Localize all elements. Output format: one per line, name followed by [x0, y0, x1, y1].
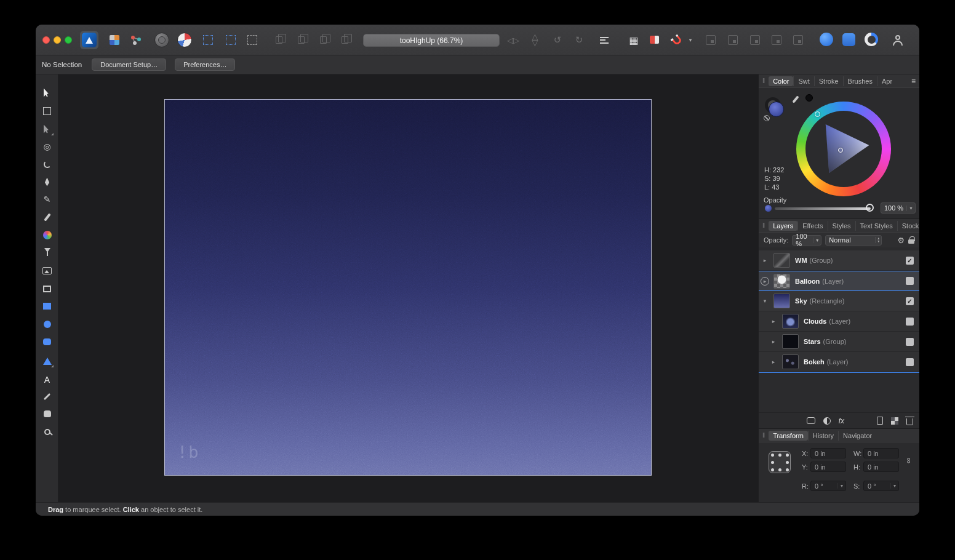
insert-on-top-button[interactable] — [728, 35, 738, 45]
triangle-selector-dot[interactable] — [838, 148, 843, 153]
pencil-tool[interactable]: ✎ — [40, 192, 54, 206]
visibility-checkbox[interactable] — [906, 358, 914, 366]
layer-thumbnail[interactable] — [773, 253, 790, 268]
nib-badge-icon[interactable] — [177, 33, 192, 47]
tab-appearance[interactable]: Apr — [877, 76, 897, 86]
layer-row-clouds[interactable]: ▸ Clouds(Layer) — [759, 311, 919, 332]
flip-vertical-button[interactable]: ◁▷ — [529, 34, 541, 46]
move-forward-one-button[interactable] — [318, 35, 329, 45]
move-tool[interactable] — [40, 86, 54, 100]
layer-row-sky[interactable]: ▾ Sky(Rectangle) ✓ — [759, 291, 919, 311]
mask-layer-button[interactable] — [807, 417, 815, 424]
snapping-toggle-button[interactable] — [671, 34, 683, 47]
expand-chevron-icon[interactable]: ▸ — [761, 277, 769, 286]
visibility-checkbox[interactable] — [906, 277, 914, 285]
lock-icon[interactable] — [908, 236, 914, 244]
visibility-checkbox[interactable]: ✓ — [906, 257, 914, 265]
replace-selection-button[interactable] — [772, 35, 781, 45]
delete-layer-button[interactable] — [906, 418, 913, 425]
layer-row-balloon[interactable]: ▸ Balloon(Layer) — [759, 271, 919, 291]
layer-thumbnail[interactable] — [782, 334, 799, 349]
collapse-chevron-icon[interactable]: ▾ — [759, 298, 771, 304]
new-layer-button[interactable] — [877, 417, 883, 425]
expand-chevron-icon[interactable]: ▸ — [767, 338, 780, 345]
panel-grip-icon[interactable]: ‖ — [762, 222, 765, 229]
hue-wheel[interactable] — [796, 102, 891, 196]
eyedropper-icon[interactable] — [792, 95, 799, 103]
seal-badge-icon[interactable] — [154, 33, 169, 47]
zoom-window-button[interactable] — [65, 36, 72, 44]
view-mode-dots-icon[interactable] — [203, 35, 213, 45]
blend-mode-dropdown[interactable]: Normal ▴▾ — [825, 235, 882, 246]
color-picker-tool[interactable] — [40, 390, 54, 404]
expand-chevron-icon[interactable]: ▸ — [767, 359, 780, 365]
tab-brushes[interactable]: Brushes — [843, 76, 877, 86]
preferences-button[interactable]: Preferences… — [175, 58, 235, 71]
layer-row-bokeh[interactable]: ▸ Bokeh(Layer) — [759, 352, 919, 372]
visibility-checkbox[interactable] — [906, 338, 914, 346]
point-transform-tool[interactable]: ◎ — [40, 139, 54, 153]
layer-row-stars[interactable]: ▸ Stars(Group) — [759, 332, 919, 352]
corner-tool[interactable] — [40, 157, 54, 171]
layer-thumbnail[interactable] — [773, 274, 790, 289]
opacity-value-dropdown[interactable]: 100 % ▾ — [881, 202, 916, 214]
canvas-viewport[interactable]: !b — [58, 74, 758, 502]
designer-persona-button[interactable] — [80, 31, 98, 49]
snapping-dropdown-button[interactable]: ▾ — [687, 34, 694, 46]
node-tool[interactable] — [40, 122, 54, 136]
opacity-slider-handle[interactable] — [866, 204, 874, 212]
rounded-rectangle-tool[interactable] — [40, 335, 54, 349]
contour-ring-icon[interactable] — [865, 33, 878, 46]
artboard-sky[interactable]: !b — [164, 99, 652, 476]
hue-selector-dot[interactable] — [815, 111, 820, 117]
layer-thumbnail[interactable] — [773, 294, 790, 308]
document-setup-button[interactable]: Document Setup… — [92, 58, 166, 71]
no-fill-icon[interactable] — [764, 115, 770, 121]
triangle-tool[interactable] — [40, 354, 54, 368]
artboard-tool[interactable] — [40, 104, 54, 118]
vector-crop-tool[interactable] — [40, 281, 54, 295]
y-input[interactable]: 0 in — [810, 462, 846, 472]
layer-effects-button[interactable]: fx — [839, 417, 844, 425]
export-persona-button[interactable] — [129, 33, 143, 47]
tab-stroke[interactable]: Stroke — [814, 76, 843, 86]
secondary-color-swatch[interactable] — [805, 94, 813, 102]
tab-layers[interactable]: Layers — [769, 221, 797, 231]
vector-brush-tool[interactable] — [40, 210, 54, 224]
view-tool[interactable] — [40, 407, 54, 421]
tab-styles[interactable]: Styles — [828, 221, 855, 231]
adjustment-layer-button[interactable] — [823, 417, 831, 425]
x-input[interactable]: 0 in — [810, 448, 846, 458]
transparency-tool[interactable] — [40, 246, 54, 260]
blue-square-icon[interactable] — [842, 33, 855, 46]
panel-menu-icon[interactable]: ≡ — [911, 77, 916, 86]
place-image-tool[interactable] — [40, 263, 54, 278]
panel-grip-icon[interactable]: ‖ — [762, 78, 765, 84]
move-back-one-button[interactable] — [295, 35, 306, 45]
shear-input[interactable]: 0 °▾ — [863, 481, 899, 491]
move-to-front-button[interactable] — [339, 35, 350, 45]
tab-effects[interactable]: Effects — [797, 221, 827, 231]
rotate-cw-button[interactable]: ↻ — [573, 34, 585, 46]
view-mode-pixels-icon[interactable] — [226, 35, 236, 45]
grid-toggle-button[interactable]: ▦ — [628, 34, 640, 46]
fill-swatch[interactable] — [769, 102, 784, 117]
flip-horizontal-button[interactable]: ◁▷ — [507, 34, 519, 46]
rotation-input[interactable]: 0 °▾ — [810, 481, 846, 491]
document-title-dropdown[interactable]: tooHIghUp (66.7%) — [363, 34, 500, 47]
artistic-text-tool[interactable]: A — [40, 372, 54, 386]
tab-color[interactable]: Color — [769, 76, 793, 86]
layer-row-wm[interactable]: ▸ WM(Group) ✓ — [759, 250, 919, 271]
visibility-checkbox[interactable] — [906, 318, 914, 326]
tab-history[interactable]: History — [808, 431, 838, 441]
move-to-back-button[interactable] — [273, 35, 284, 45]
minimize-button[interactable] — [54, 36, 61, 44]
layer-thumbnail[interactable] — [782, 314, 799, 329]
tab-swatches[interactable]: Swt — [793, 76, 813, 86]
visibility-checkbox[interactable]: ✓ — [906, 297, 914, 305]
h-input[interactable]: 0 in — [863, 462, 899, 472]
w-input[interactable]: 0 in — [863, 448, 899, 458]
ellipse-tool[interactable] — [40, 317, 54, 331]
link-dimensions-icon[interactable]: ∞ — [905, 458, 914, 463]
insert-behind-button[interactable] — [706, 35, 716, 45]
